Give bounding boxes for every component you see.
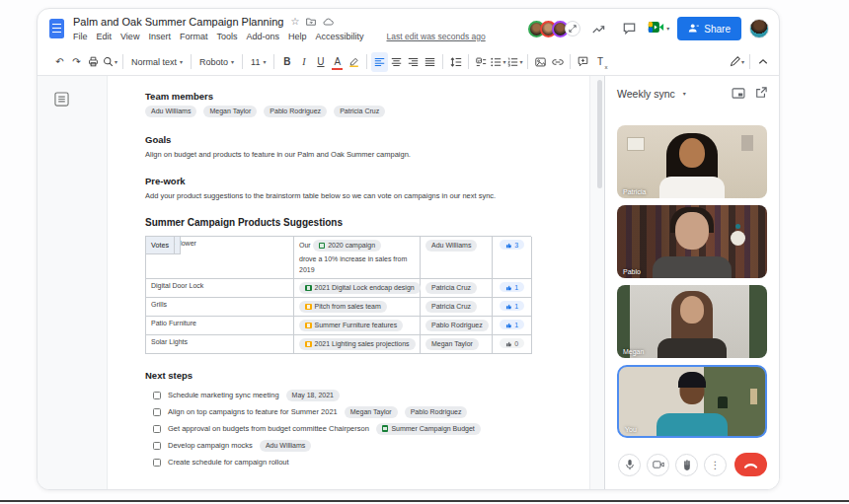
last-edit-link[interactable]: Last edit was seconds ago: [387, 32, 486, 41]
font-size-dropdown[interactable]: 11 ▾: [247, 52, 270, 72]
participant-tile[interactable]: Megan: [617, 285, 767, 358]
align-center-button[interactable]: [388, 52, 405, 72]
menu-view[interactable]: View: [120, 32, 139, 41]
person-chip[interactable]: Patricia Cruz: [334, 106, 385, 117]
sheets-file-chip[interactable]: 2020 campaign: [313, 240, 381, 252]
person-chip[interactable]: Megan Taylor: [345, 406, 398, 418]
redo-icon[interactable]: ↷: [68, 52, 85, 72]
print-icon[interactable]: [85, 52, 102, 72]
raise-hand-button[interactable]: [675, 454, 698, 476]
checkbox[interactable]: [153, 425, 161, 433]
collaborator-avatars[interactable]: [528, 21, 580, 37]
vote-chip[interactable]: 0: [500, 338, 523, 348]
share-button[interactable]: Share: [677, 17, 741, 40]
highlight-color-button[interactable]: [346, 52, 362, 72]
chevron-down-icon[interactable]: ▾: [683, 91, 686, 97]
hide-menus-icon[interactable]: [754, 52, 771, 72]
person-chip[interactable]: Pablo Rodriguez: [425, 320, 489, 331]
vote-chip[interactable]: 1: [500, 282, 523, 292]
align-left-button[interactable]: [371, 52, 388, 72]
menu-file[interactable]: File: [73, 32, 88, 41]
more-options-button[interactable]: ⋮: [704, 454, 727, 476]
star-icon[interactable]: ☆: [290, 17, 299, 27]
person-chip[interactable]: Adu Williams: [145, 106, 196, 117]
google-docs-logo-icon[interactable]: [49, 19, 64, 38]
move-folder-icon[interactable]: [306, 17, 316, 26]
document-area: Team members Adu Williams Megan Taylor P…: [38, 76, 604, 489]
vote-chip[interactable]: 1: [500, 320, 523, 329]
checkbox[interactable]: [153, 392, 161, 399]
scrollbar[interactable]: [597, 80, 602, 485]
person-chip[interactable]: Pablo Rodriguez: [264, 106, 327, 117]
menu-format[interactable]: Format: [180, 32, 208, 41]
menu-accessibility[interactable]: Accessibility: [315, 32, 363, 41]
table-cell-notes: 2021 Lighting sales projections: [294, 335, 421, 354]
chevron-down-icon: ▾: [519, 59, 522, 65]
zoom-tool-icon[interactable]: ▾: [102, 52, 118, 72]
underline-button[interactable]: U: [312, 52, 329, 72]
paragraph-style-dropdown[interactable]: Normal text ▾: [127, 52, 187, 72]
picture-in-picture-icon[interactable]: [732, 85, 745, 103]
activity-trend-icon[interactable]: [588, 18, 610, 39]
camera-button[interactable]: [647, 454, 669, 476]
menu-addons[interactable]: Add-ons: [246, 32, 279, 41]
slides-file-chip[interactable]: Summer Furniture features: [299, 320, 403, 331]
cloud-saved-icon[interactable]: [323, 18, 334, 26]
document-page[interactable]: Team members Adu Williams Megan Taylor P…: [107, 76, 590, 489]
menu-help[interactable]: Help: [288, 32, 307, 41]
sheets-file-chip[interactable]: 2021 Digital Lock endcap design: [299, 282, 421, 294]
font-dropdown[interactable]: Roboto ▾: [195, 52, 238, 72]
account-avatar[interactable]: [749, 19, 769, 38]
open-in-new-icon[interactable]: [755, 85, 767, 103]
document-outline-icon[interactable]: [54, 92, 69, 110]
italic-button[interactable]: I: [295, 52, 312, 72]
person-chip[interactable]: Megan Taylor: [425, 338, 479, 350]
scrollbar-thumb[interactable]: [597, 80, 602, 188]
text-color-button[interactable]: A: [329, 52, 346, 72]
justify-button[interactable]: [422, 52, 438, 72]
checkbox[interactable]: [153, 459, 161, 467]
slides-file-chip[interactable]: Pitch from sales team: [299, 301, 387, 313]
person-chip[interactable]: Pablo Rodriguez: [405, 406, 468, 418]
menu-edit[interactable]: Edit: [97, 32, 113, 41]
meet-sidebar: Weekly sync ▾: [604, 76, 779, 489]
person-chip[interactable]: Patricia Cruz: [425, 282, 477, 294]
participant-tile[interactable]: Patricia: [617, 125, 767, 198]
comments-icon[interactable]: [618, 18, 640, 39]
meet-call-menu[interactable]: ▾: [648, 18, 669, 39]
sheets-file-chip[interactable]: Summer Campaign Budget: [376, 423, 481, 435]
date-chip[interactable]: May 18, 2021: [286, 390, 340, 401]
person-chip[interactable]: Patricia Cruz: [425, 301, 477, 313]
microphone-button[interactable]: [618, 454, 641, 476]
person-chip[interactable]: Adu Williams: [425, 240, 477, 252]
note-text: drove a 10% increase in sales from 2019: [299, 253, 415, 275]
insert-image-icon[interactable]: [532, 52, 549, 72]
bulleted-list-icon[interactable]: ▾: [490, 52, 506, 72]
checklist-icon[interactable]: [473, 52, 490, 72]
document-title[interactable]: Palm and Oak Summer Campaign Planning: [73, 16, 283, 28]
person-chip[interactable]: Megan Taylor: [203, 106, 257, 117]
end-call-button[interactable]: [734, 453, 767, 476]
add-comment-icon[interactable]: [575, 52, 591, 72]
numbered-list-icon[interactable]: ▾: [506, 52, 523, 72]
line-spacing-icon[interactable]: [447, 52, 464, 72]
menu-tools[interactable]: Tools: [216, 32, 237, 41]
table-cell-notes: Summer Furniture features: [294, 317, 421, 335]
vote-chip[interactable]: 3: [500, 240, 523, 250]
slides-file-chip[interactable]: 2021 Lighting sales projections: [299, 338, 416, 350]
clear-formatting-icon[interactable]: T: [591, 52, 608, 72]
checkbox[interactable]: [153, 442, 161, 450]
bold-button[interactable]: B: [278, 52, 295, 72]
meeting-title[interactable]: Weekly sync: [617, 88, 675, 100]
align-right-button[interactable]: [405, 52, 422, 72]
menu-insert[interactable]: Insert: [148, 32, 171, 41]
participant-tile-self[interactable]: You: [617, 365, 767, 438]
participant-tile[interactable]: Pablo: [617, 205, 767, 278]
person-chip[interactable]: Adu Williams: [260, 440, 311, 452]
checkbox[interactable]: [153, 408, 161, 416]
insert-link-icon[interactable]: [549, 52, 566, 72]
expand-collaborators-icon[interactable]: [565, 21, 580, 36]
vote-chip[interactable]: 1: [500, 301, 523, 311]
editing-mode-icon[interactable]: ▾: [729, 52, 745, 72]
undo-icon[interactable]: ↶: [51, 52, 68, 72]
